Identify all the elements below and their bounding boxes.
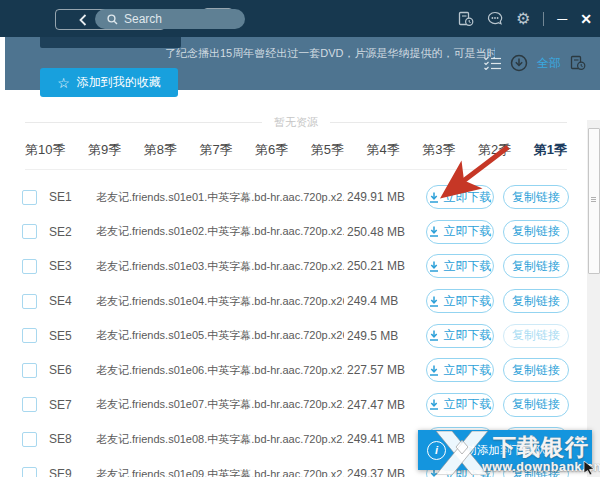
tabs-underline [25,169,567,170]
row-checkbox[interactable] [22,259,37,274]
season-tab[interactable]: 第3季 [422,141,455,159]
episode-size: 250.21 MB [344,259,409,273]
season-tab[interactable]: 第4季 [367,141,400,159]
season-tab[interactable]: 第7季 [199,141,232,159]
episode-id: SE9 [49,467,83,477]
star-icon: ☆ [57,76,70,90]
info-icon: i [427,441,446,460]
download-now-button[interactable]: 立即下载 [426,324,494,348]
minimize-button[interactable]: ─ [557,11,567,27]
episode-filename: 老友记.friends.s01e01.中英字幕.bd-hr.aac.720p.x… [96,190,344,205]
season-tab[interactable]: 第10季 [25,141,65,159]
download-now-button[interactable]: 立即下载 [426,220,494,244]
row-checkbox[interactable] [22,190,37,205]
episode-filename: 老友记.friends.s01e06.中英字幕.bd-hr.aac.720p.x… [96,363,344,378]
poster-edge [40,37,181,48]
episode-filename: 老友记.friends.s01e09.中英字幕.bd-hr.aac.720p.x… [96,467,344,477]
toast-notification: i 成功添加到下载队列 ✕ [418,430,592,470]
copy-link-button[interactable]: 复制链接 [503,220,569,244]
scrollbar-track[interactable] [587,120,600,477]
season-tab[interactable]: 第5季 [311,141,344,159]
toast-message: 成功添加到下载队列 [454,443,558,458]
row-checkbox[interactable] [22,363,37,378]
episode-size: 250.48 MB [344,225,409,239]
episode-filename: 老友记.friends.s01e02.中英字幕.bd-hr.aac.720p.x… [96,224,344,239]
row-checkbox[interactable] [22,294,37,309]
copy-link-button[interactable]: 复制链接 [503,289,569,313]
row-checkbox[interactable] [22,467,37,477]
episode-row: SE4 老友记.friends.s01e04.中英字幕.bd-hr.aac.72… [0,284,587,319]
copy-link-button[interactable]: 复制链接 [503,358,569,382]
season-tab[interactable]: 第6季 [255,141,288,159]
download-now-button[interactable]: 立即下载 [426,289,494,313]
episode-id: SE7 [49,398,83,412]
download-icon [429,296,439,307]
copy-link-button[interactable]: 复制链接 [503,185,569,209]
episode-size: 249.91 MB [344,190,409,204]
download-now-button[interactable]: 立即下载 [426,185,494,209]
copy-link-label: 复制链接 [512,327,560,344]
empty-resource-divider: 暂无资源 [25,115,567,130]
file-clock-icon [570,55,586,71]
close-button[interactable]: ✕ [580,11,592,27]
download-icon [429,330,439,341]
search-input[interactable]: Search [95,9,245,29]
episode-id: SE1 [49,190,83,204]
feedback-button[interactable] [487,11,503,26]
episode-filename: 老友记.friends.s01e03.中英字幕.bd-hr.aac.720p.x… [96,259,344,274]
season-tab[interactable]: 第2季 [478,141,511,159]
download-now-button[interactable]: 立即下载 [426,358,494,382]
episode-row: SE7 老友记.friends.s01e07.中英字幕.bd-hr.aac.72… [0,388,587,423]
search-placeholder: Search [124,12,162,26]
episode-filename: 老友记.friends.s01e04.中英字幕.bd-hr.aac.720p.x… [96,294,344,309]
series-description: 了纪念播出15周年曾经出过一套DVD，片源是华纳提供的，可是当时... [165,46,495,61]
copy-link-label: 复制链接 [512,293,560,310]
episode-size: 227.57 MB [344,363,409,377]
download-now-label: 立即下载 [444,293,492,310]
copy-link-label: 复制链接 [512,396,560,413]
download-icon [429,261,439,272]
titlebar-actions: ⚙ ─ ✕ [458,0,592,37]
download-now-button[interactable]: 立即下载 [426,393,494,417]
download-now-label: 立即下载 [444,396,492,413]
download-icon [429,226,439,237]
episode-filename: 老友记.friends.s01e05.中英字幕.bd-hr.aac.720p.x… [96,328,344,343]
add-to-favorites-button[interactable]: ☆ 添加到我的收藏 [40,68,178,97]
toast-close-button[interactable]: ✕ [573,431,587,449]
episode-row: SE3 老友记.friends.s01e03.中英字幕.bd-hr.aac.72… [0,249,587,284]
download-now-button[interactable]: 立即下载 [426,254,494,278]
scrollbar-grip [591,197,596,203]
copy-link-button[interactable]: 复制链接 [503,254,569,278]
download-icon [429,365,439,376]
episode-list-button[interactable] [484,56,501,70]
episode-row: SE6 老友记.friends.s01e06.中英字幕.bd-hr.aac.72… [0,353,587,388]
episode-size: 249.5 MB [344,329,409,343]
episode-size: 247.47 MB [344,398,409,412]
titlebar-divider [543,12,544,26]
episode-id: SE8 [49,432,83,446]
row-checkbox[interactable] [22,397,37,412]
download-history-button[interactable] [458,11,474,27]
download-now-label: 立即下载 [444,223,492,240]
download-now-label: 立即下载 [444,189,492,206]
expand-all-link[interactable]: 全部 [537,55,561,72]
settings-button[interactable]: ⚙ [516,11,530,27]
row-checkbox[interactable] [22,224,37,239]
season-tab[interactable]: 第8季 [144,141,177,159]
history-button[interactable] [570,55,586,71]
episode-id: SE3 [49,259,83,273]
download-now-label: 立即下载 [444,327,492,344]
copy-link-label: 复制链接 [512,189,560,206]
chat-icon [487,11,503,26]
copy-link-button[interactable]: 复制链接 [503,324,569,348]
episode-filename: 老友记.friends.s01e08.中英字幕.bd-hr.aac.720p.x… [96,432,344,447]
season-tab[interactable]: 第9季 [88,141,121,159]
row-checkbox[interactable] [22,328,37,343]
season-tab[interactable]: 第1季 [534,141,567,159]
download-all-button[interactable] [510,54,528,72]
episode-filename: 老友记.friends.s01e07.中英字幕.bd-hr.aac.720p.x… [96,397,344,412]
scrollbar-thumb[interactable] [588,128,600,274]
row-checkbox[interactable] [22,432,37,447]
copy-link-button[interactable]: 复制链接 [503,393,569,417]
episode-size: 249.41 MB [344,432,409,446]
